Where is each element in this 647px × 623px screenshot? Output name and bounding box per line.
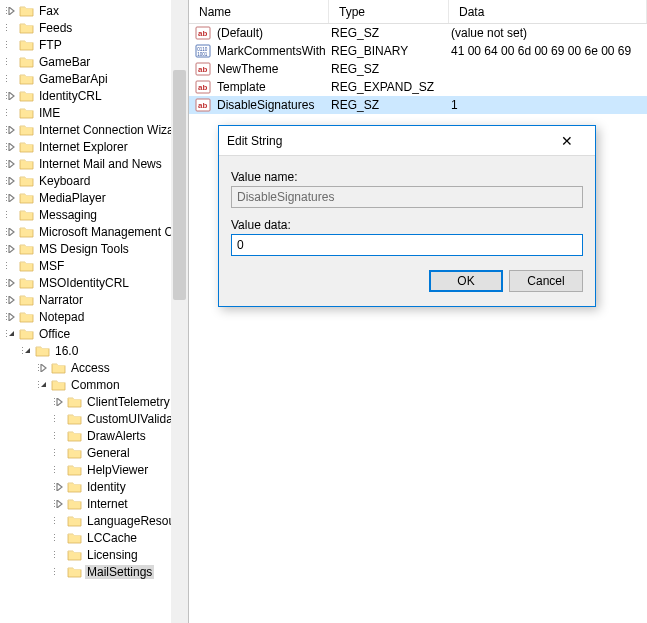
expander-closed-icon[interactable]: [53, 478, 66, 495]
expander-none: [53, 512, 66, 529]
tree-item[interactable]: ⋮ DrawAlerts: [0, 427, 188, 444]
tree-item-label: 16.0: [53, 344, 80, 358]
folder-icon: [18, 225, 34, 239]
tree-item-label: Fax: [37, 4, 61, 18]
tree-item[interactable]: ⋮Internet Connection Wizard: [0, 121, 188, 138]
expander-none: [53, 444, 66, 461]
scrollbar-thumb[interactable]: [173, 70, 186, 300]
cancel-button[interactable]: Cancel: [509, 270, 583, 292]
edit-string-dialog: Edit String ✕ Value name: Value data: OK…: [218, 125, 596, 307]
tree-scrollbar[interactable]: [171, 0, 188, 623]
folder-icon: [50, 378, 66, 392]
tree-item[interactable]: ⋮16.0: [0, 342, 188, 359]
tree-item[interactable]: ⋮ HelpViewer: [0, 461, 188, 478]
tree-item[interactable]: ⋮Internet Mail and News: [0, 155, 188, 172]
value-type: REG_SZ: [329, 98, 449, 112]
expander-closed-icon[interactable]: [5, 274, 18, 291]
tree-item[interactable]: ⋮MS Design Tools: [0, 240, 188, 257]
tree-item[interactable]: ⋮Internet Explorer: [0, 138, 188, 155]
expander-open-icon[interactable]: [21, 342, 34, 359]
expander-none: [53, 529, 66, 546]
tree-item[interactable]: ⋮MediaPlayer: [0, 189, 188, 206]
col-header-data[interactable]: Data: [449, 0, 647, 23]
tree-item[interactable]: ⋮Keyboard: [0, 172, 188, 189]
expander-closed-icon[interactable]: [5, 121, 18, 138]
expander-closed-icon[interactable]: [5, 291, 18, 308]
tree-item[interactable]: ⋮Fax: [0, 2, 188, 19]
expander-open-icon[interactable]: [37, 376, 50, 393]
tree-item[interactable]: ⋮ CustomUIValidat: [0, 410, 188, 427]
tree-item-label: Access: [69, 361, 112, 375]
tree-item[interactable]: ⋮ IME: [0, 104, 188, 121]
folder-icon: [18, 21, 34, 35]
expander-closed-icon[interactable]: [5, 240, 18, 257]
values-list[interactable]: (Default)REG_SZ(value not set)MarkCommen…: [189, 24, 647, 114]
tree-item-label: MSOIdentityCRL: [37, 276, 131, 290]
value-data-field[interactable]: [231, 234, 583, 256]
value-row[interactable]: DisableSignaturesREG_SZ1: [189, 96, 647, 114]
col-header-name[interactable]: Name: [189, 0, 329, 23]
tree-item-label: MS Design Tools: [37, 242, 131, 256]
expander-none: [5, 36, 18, 53]
tree-item-label: Internet Connection Wizard: [37, 123, 186, 137]
tree-item[interactable]: ⋮Access: [0, 359, 188, 376]
folder-icon: [18, 4, 34, 18]
tree-item[interactable]: ⋮ FTP: [0, 36, 188, 53]
tree-item[interactable]: ⋮Office: [0, 325, 188, 342]
expander-closed-icon[interactable]: [5, 172, 18, 189]
values-header: Name Type Data: [189, 0, 647, 24]
folder-icon: [66, 565, 82, 579]
tree-item[interactable]: ⋮ MSF: [0, 257, 188, 274]
tree-item[interactable]: ⋮Internet: [0, 495, 188, 512]
expander-closed-icon[interactable]: [5, 189, 18, 206]
expander-closed-icon[interactable]: [5, 155, 18, 172]
registry-tree[interactable]: ⋮Fax⋮ Feeds⋮ FTP⋮ GameBar⋮ GameBarApi⋮Id…: [0, 2, 188, 580]
expander-closed-icon[interactable]: [53, 495, 66, 512]
expander-closed-icon[interactable]: [37, 359, 50, 376]
folder-icon: [18, 174, 34, 188]
tree-item[interactable]: ⋮Narrator: [0, 291, 188, 308]
col-header-type[interactable]: Type: [329, 0, 449, 23]
value-name: MarkCommentsWith: [215, 44, 329, 58]
folder-icon: [66, 412, 82, 426]
expander-none: [53, 410, 66, 427]
value-row[interactable]: NewThemeREG_SZ: [189, 60, 647, 78]
ok-button[interactable]: OK: [429, 270, 503, 292]
tree-item[interactable]: ⋮ Feeds: [0, 19, 188, 36]
tree-item[interactable]: ⋮ Messaging: [0, 206, 188, 223]
tree-item[interactable]: ⋮ GameBar: [0, 53, 188, 70]
expander-closed-icon[interactable]: [5, 138, 18, 155]
close-icon[interactable]: ✕: [547, 127, 587, 155]
dialog-titlebar[interactable]: Edit String ✕: [219, 126, 595, 156]
tree-item[interactable]: ⋮Identity: [0, 478, 188, 495]
expander-closed-icon[interactable]: [53, 393, 66, 410]
expander-closed-icon[interactable]: [5, 87, 18, 104]
tree-item[interactable]: ⋮ General: [0, 444, 188, 461]
tree-item-label: ClientTelemetry: [85, 395, 172, 409]
expander-closed-icon[interactable]: [5, 223, 18, 240]
tree-item[interactable]: ⋮Microsoft Management Con: [0, 223, 188, 240]
tree-item[interactable]: ⋮ Licensing: [0, 546, 188, 563]
expander-open-icon[interactable]: [5, 325, 18, 342]
expander-closed-icon[interactable]: [5, 308, 18, 325]
folder-icon: [18, 72, 34, 86]
value-row[interactable]: (Default)REG_SZ(value not set): [189, 24, 647, 42]
folder-icon: [66, 446, 82, 460]
tree-item[interactable]: ⋮ MailSettings: [0, 563, 188, 580]
expander-closed-icon[interactable]: [5, 2, 18, 19]
tree-item[interactable]: ⋮Notepad: [0, 308, 188, 325]
tree-item-label: Common: [69, 378, 122, 392]
tree-item[interactable]: ⋮IdentityCRL: [0, 87, 188, 104]
value-row[interactable]: MarkCommentsWithREG_BINARY41 00 64 00 6d…: [189, 42, 647, 60]
value-row[interactable]: TemplateREG_EXPAND_SZ: [189, 78, 647, 96]
tree-pane: ⋮Fax⋮ Feeds⋮ FTP⋮ GameBar⋮ GameBarApi⋮Id…: [0, 0, 189, 623]
tree-item[interactable]: ⋮Common: [0, 376, 188, 393]
string-value-icon: [194, 60, 212, 78]
tree-item[interactable]: ⋮MSOIdentityCRL: [0, 274, 188, 291]
tree-item[interactable]: ⋮ClientTelemetry: [0, 393, 188, 410]
tree-item[interactable]: ⋮ GameBarApi: [0, 70, 188, 87]
tree-item[interactable]: ⋮ LCCache: [0, 529, 188, 546]
tree-item-label: Notepad: [37, 310, 86, 324]
expander-none: [53, 546, 66, 563]
tree-item[interactable]: ⋮ LanguageResourc: [0, 512, 188, 529]
